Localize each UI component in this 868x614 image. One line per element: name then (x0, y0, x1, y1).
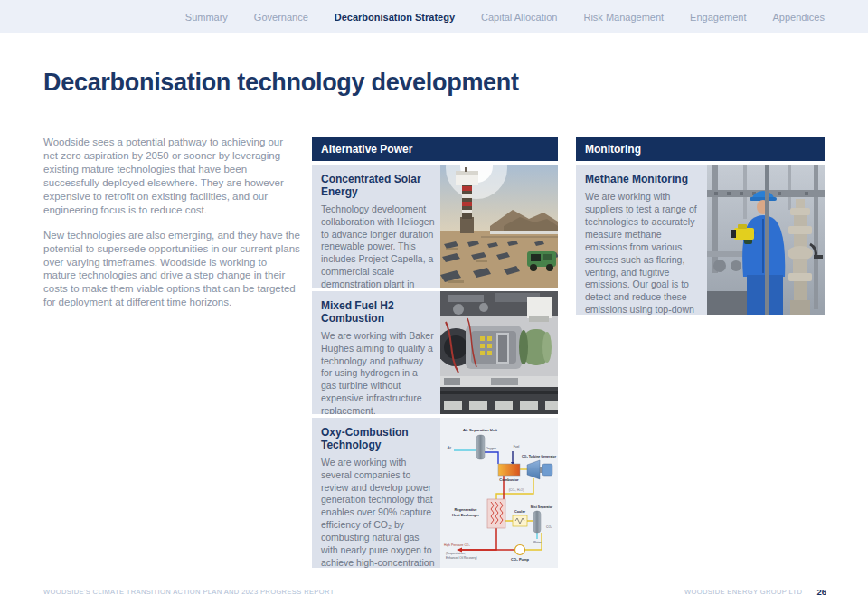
nav-tab-engagement[interactable]: Engagement (690, 12, 746, 23)
nav-tab-summary[interactable]: Summary (185, 12, 228, 23)
diagram-label-high-pressure-2: (Sequestration, (446, 552, 466, 555)
card-methane-monitoring: Methane Monitoring We are working with s… (576, 165, 825, 315)
top-navigation: Summary Governance Decarbonisation Strat… (0, 0, 868, 33)
diagram-label-co2-pump: CO₂ Pump (511, 557, 530, 562)
diagram-label-turbine-generator: CO₂ Turbine Generator (522, 455, 557, 458)
monitoring-column: Monitoring Methane Monitoring We are wor… (576, 136, 825, 568)
nav-tab-appendices[interactable]: Appendices (773, 12, 826, 23)
nav-tab-capital-allocation[interactable]: Capital Allocation (481, 12, 557, 23)
diagram-label-fuel: Fuel (514, 445, 520, 449)
page-title: Decarbonisation technology development (43, 69, 519, 97)
alternative-power-column: Alternative Power Concentrated Solar Ene… (312, 136, 558, 568)
card-title: Oxy-Combustion Technology (321, 427, 435, 452)
card-body: We are working with several companies to… (321, 457, 435, 568)
card-concentrated-solar-energy: Concentrated Solar Energy Technology dev… (312, 165, 558, 288)
diagram-label-regenerative-1: Regenerative (454, 507, 477, 512)
card-body: We are working with Baker Hughes aiming … (321, 330, 435, 414)
report-page: Summary Governance Decarbonisation Strat… (0, 0, 868, 614)
intro-paragraph-2: New technologies are also emerging, and … (43, 229, 300, 310)
intro-column: Woodside sees a potential pathway to ach… (43, 136, 300, 568)
footer-page-number: 26 (816, 587, 826, 597)
diagram-label-stream: (CO₂, H₂O) (509, 488, 524, 492)
oxy-combustion-diagram: Air Separation Unit Air Oxygen Fuel Comb… (440, 418, 558, 568)
diagram-label-high-pressure-3: Enhanced Oil Recovery) (446, 556, 477, 560)
diagram-label-combustor: Combustor (499, 477, 519, 482)
content-area: Woodside sees a potential pathway to ach… (43, 136, 825, 568)
page-footer: WOODSIDE'S CLIMATE TRANSITION ACTION PLA… (43, 587, 826, 597)
diagram-label-mist-separator: Mist Separator (531, 505, 553, 509)
card-oxy-combustion-technology: Oxy-Combustion Technology We are working… (312, 418, 558, 568)
gas-turbine-photo (440, 291, 558, 414)
diagram-label-oxygen: Oxygen (486, 447, 496, 450)
monitoring-header: Monitoring (576, 137, 825, 161)
solar-tower-photo (440, 165, 558, 288)
diagram-label-high-pressure-1: High Pressure CO₂ (444, 543, 471, 547)
nav-tab-governance[interactable]: Governance (254, 12, 308, 23)
alternative-power-header: Alternative Power (312, 137, 558, 161)
nav-tab-risk-management[interactable]: Risk Management (583, 12, 664, 23)
diagram-label-water: Water (533, 541, 542, 544)
nav-tab-decarbonisation-strategy[interactable]: Decarbonisation Strategy (335, 12, 455, 23)
intro-paragraph-1: Woodside sees a potential pathway to ach… (43, 136, 300, 217)
diagram-label-regenerative-2: Heat Exchanger (452, 513, 480, 517)
card-body: Technology development collaboration wit… (321, 203, 435, 288)
footer-report-title: WOODSIDE'S CLIMATE TRANSITION ACTION PLA… (43, 588, 335, 596)
card-body: We are working with suppliers to test a … (585, 191, 702, 315)
footer-company: WOODSIDE ENERGY GROUP LTD (684, 588, 802, 596)
diagram-label-cooler: Cooler (514, 510, 526, 514)
card-title: Concentrated Solar Energy (321, 174, 435, 199)
diagram-label-co2: CO₂ (546, 525, 552, 529)
card-title: Mixed Fuel H2 Combustion (321, 300, 435, 326)
diagram-label-air-separation-unit: Air Separation Unit (463, 428, 498, 432)
card-title: Methane Monitoring (585, 174, 702, 186)
card-mixed-fuel-h2-combustion: Mixed Fuel H2 Combustion We are working … (312, 291, 558, 414)
methane-monitoring-photo (707, 165, 825, 315)
